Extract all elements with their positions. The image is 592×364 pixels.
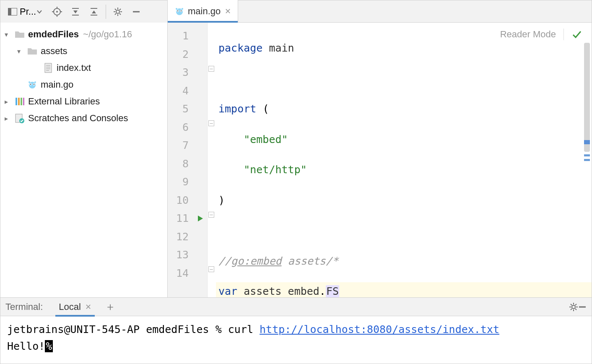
text-file-icon [42,63,54,73]
close-terminal-tab-button[interactable]: ✕ [85,302,91,312]
scratches-label: Scratches and Consoles [28,113,128,124]
hide-terminal-button[interactable] [578,303,587,311]
line-number[interactable]: 2 [168,45,207,64]
svg-rect-43 [21,98,22,105]
line-number[interactable]: 6 [168,118,207,137]
tree-external-libraries[interactable]: ▸ External Libraries [0,93,167,110]
folder-label: assets [41,46,68,57]
locate-button[interactable] [49,3,65,20]
line-number[interactable]: 7 [168,136,207,155]
line-number[interactable]: 10 [168,191,207,210]
collapse-all-button[interactable] [86,3,102,20]
terminal-url-link[interactable]: http://localhost:8080/assets/index.txt [260,323,499,335]
chevron-down-icon[interactable]: ▾ [5,31,14,39]
terminal-tab-local[interactable]: Local ✕ [55,298,95,316]
project-tree[interactable]: ▾ emdedFiles ~/go/go1.16 ▾ assets index.… [0,23,168,297]
svg-line-17 [115,9,116,10]
fold-toggle[interactable]: – [208,266,214,272]
scroll-marker[interactable] [584,159,590,161]
fold-column[interactable]: – – – – [208,23,216,297]
new-terminal-button[interactable]: ＋ [105,299,116,314]
target-icon [52,7,62,17]
terminal-line: Hello!% [7,338,585,355]
tab-label: main.go [188,6,221,17]
file-label: main.go [41,79,73,90]
chevron-right-icon[interactable]: ▸ [5,98,14,106]
tab-main-go[interactable]: main.go ✕ [168,0,238,22]
svg-line-52 [571,304,572,305]
gear-icon [569,302,578,312]
line-number[interactable]: 9 [168,173,207,191]
project-path: ~/go/go1.16 [83,29,132,40]
run-gutter-icon[interactable] [197,215,204,222]
tree-file-index-txt[interactable]: index.txt [0,60,167,76]
fold-toggle[interactable]: – [208,212,214,218]
separator [106,5,106,19]
scroll-marker[interactable] [584,154,590,156]
line-number[interactable]: 5 [168,100,207,118]
svg-point-40 [34,81,36,83]
editor-area: Reader Mode 1 2 3 4 5 6 7 8 9 10 11 12 [168,23,592,297]
terminal-title: Terminal: [5,302,43,312]
svg-line-54 [571,309,572,310]
go-file-icon [26,80,38,90]
expand-all-button[interactable] [67,3,84,20]
terminal-body[interactable]: jetbrains@UNIT-545-AP emdedFiles % curl … [0,316,592,364]
tool-settings-button[interactable] [109,3,126,20]
tree-file-main-go[interactable]: main.go [0,76,167,93]
svg-line-18 [119,13,121,15]
project-selector-label: Pr... [20,6,36,17]
code-content[interactable]: package main import ( "embed" "net/http"… [216,23,592,297]
svg-point-26 [181,10,182,11]
svg-point-28 [182,8,183,10]
close-tab-button[interactable]: ✕ [225,7,231,16]
editor-tabbar: main.go ✕ [168,0,592,23]
svg-point-37 [30,84,31,85]
scrollbar[interactable] [584,43,590,152]
svg-line-53 [575,309,576,310]
reader-mode-toggle[interactable]: Reader Mode [500,29,556,40]
scroll-marker[interactable] [584,140,590,144]
svg-point-27 [176,8,177,10]
line-number[interactable]: 1 [168,27,207,45]
fold-toggle[interactable]: – [208,120,214,126]
project-selector[interactable]: Pr... [5,6,48,17]
line-number[interactable]: 11 [168,209,207,228]
chevron-right-icon[interactable]: ▸ [5,114,14,122]
inspection-ok-icon[interactable] [571,29,582,40]
terminal-settings-button[interactable] [569,302,578,312]
gear-icon [113,7,122,16]
svg-point-12 [116,10,119,13]
line-number[interactable]: 14 [168,264,207,283]
line-number[interactable]: 8 [168,155,207,173]
svg-point-47 [572,305,575,309]
svg-line-19 [115,13,116,15]
tree-scratches[interactable]: ▸ Scratches and Consoles [0,110,167,127]
go-file-icon [174,6,184,16]
terminal-line: jetbrains@UNIT-545-AP emdedFiles % curl … [7,321,585,338]
project-view-icon [8,8,17,16]
top-bar: Pr... [0,0,592,23]
minimize-icon [132,8,140,16]
line-number[interactable]: 12 [168,228,207,246]
fold-toggle[interactable]: – [208,66,214,72]
svg-point-3 [56,11,58,13]
folder-icon [14,30,26,39]
code-editor[interactable]: 1 2 3 4 5 6 7 8 9 10 11 12 13 14 – [168,23,592,297]
hide-tool-button[interactable] [128,3,145,20]
chevron-down-icon[interactable]: ▾ [17,47,26,55]
terminal-cursor: % [45,340,53,352]
app-root: Pr... [0,0,592,364]
line-number-gutter[interactable]: 1 2 3 4 5 6 7 8 9 10 11 12 13 14 [168,23,208,297]
tree-project-root[interactable]: ▾ emdedFiles ~/go/go1.16 [0,26,167,43]
folder-icon [26,47,38,55]
svg-rect-1 [8,8,11,16]
file-label: index.txt [57,62,91,73]
svg-rect-41 [16,98,17,105]
line-number[interactable]: 4 [168,82,207,100]
collapse-all-icon [89,7,99,16]
line-number[interactable]: 13 [168,246,207,264]
tree-folder-assets[interactable]: ▾ assets [0,43,167,60]
svg-line-20 [119,9,121,10]
line-number[interactable]: 3 [168,63,207,82]
